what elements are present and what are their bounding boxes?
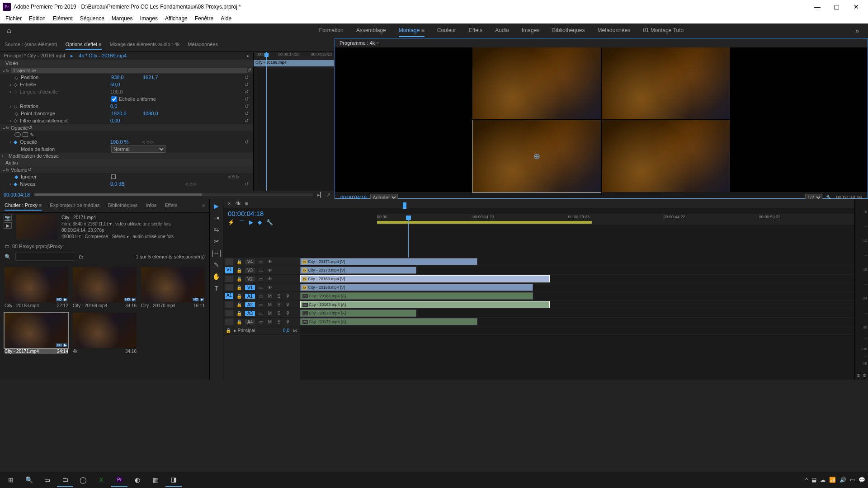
preview-quadrant[interactable] (602, 120, 730, 192)
timeline-clip[interactable]: ▭City - 20168.mp4 [A] (300, 292, 533, 300)
menu-aide[interactable]: Aide (217, 15, 235, 22)
calc-icon[interactable]: ▦ (147, 473, 164, 487)
marker-icon[interactable]: ▶ (249, 219, 253, 227)
zoom-bar[interactable] (34, 193, 313, 196)
blend-mode-select[interactable]: Normal (111, 145, 165, 153)
ripple-icon[interactable]: ⇆ (214, 226, 219, 233)
search-input[interactable] (15, 253, 74, 261)
track-lane[interactable]: fxCity - 20169.mp4 [V] (300, 275, 854, 283)
explorer-icon[interactable]: 🗀 (57, 473, 73, 487)
track-header[interactable]: 🔒V1▭👁 (223, 283, 300, 292)
track-header[interactable]: 🔒V2▭👁 (223, 275, 300, 283)
dropbox-icon[interactable]: ⬓ (811, 477, 816, 483)
preview-quadrant-selected[interactable]: ⊕ (472, 120, 601, 192)
workspace-formation[interactable]: Formation (319, 24, 344, 37)
mask-rect-icon[interactable] (23, 132, 28, 137)
bin-icon[interactable]: 🗀 (5, 244, 9, 249)
type-icon[interactable]: T (214, 285, 218, 292)
workspace-images[interactable]: Images (522, 24, 539, 37)
poster-icon[interactable]: 📷 (4, 215, 12, 221)
track-header[interactable]: A1🔒A1▭MS🎙 (223, 292, 300, 300)
taskview-icon[interactable]: ▭ (39, 473, 55, 487)
project-tab[interactable]: Explorateur de médias (50, 201, 99, 211)
source-tab[interactable]: Métadonnées (188, 40, 218, 50)
excel-icon[interactable]: X (93, 473, 109, 487)
slip-icon[interactable]: |↔| (212, 249, 221, 257)
opacity-effect[interactable]: Opacité (11, 125, 28, 131)
track-header[interactable]: V1🔒V3▭👁 (223, 266, 300, 275)
toggle-icon[interactable]: ⌄ (2, 67, 6, 73)
track-lane[interactable]: ▭City - 20169.mp4 [A] (300, 300, 854, 309)
selection-tool-icon[interactable]: ▶ (214, 202, 219, 210)
playhead[interactable] (266, 52, 267, 191)
pen-icon[interactable]: ✎ (30, 132, 34, 138)
track-lane[interactable]: fxCity - 20171.mp4 [V] (300, 258, 854, 266)
snap-icon[interactable]: ⚡ (228, 219, 235, 227)
wifi-icon[interactable]: 📶 (829, 477, 836, 483)
motion-effect[interactable]: Trajectoire (11, 68, 247, 73)
uniform-scale-checkbox[interactable] (111, 96, 117, 102)
track-select-icon[interactable]: ⇥ (214, 214, 219, 221)
effect-mini-timeline[interactable]: :00:0000:00:14:2300:00:29:23 City - 2016… (253, 52, 334, 191)
workspace-effets[interactable]: Effets (469, 24, 482, 37)
project-item[interactable]: HD▶City - 20169.mp434:16 (73, 267, 137, 308)
notification-icon[interactable]: 💬 (859, 477, 865, 483)
search-icon[interactable]: 🔍 (21, 473, 37, 487)
menu-fichier[interactable]: Fichier (2, 15, 25, 22)
workspace-01-montage-tuto[interactable]: 01 Montage Tuto (643, 24, 684, 37)
timeline-clip[interactable]: ▭City - 20171.mp4 [A] (300, 318, 477, 325)
menu-fenêtre[interactable]: Fenêtre (191, 15, 217, 22)
export-icon[interactable]: ↗ (326, 192, 330, 198)
preview-quadrant[interactable] (602, 47, 730, 119)
home-icon[interactable]: ⌂ (0, 27, 18, 35)
timeline-clip[interactable]: fxCity - 20170.mp4 [V] (300, 267, 416, 274)
volume-effect[interactable]: Volume (11, 167, 28, 173)
project-item[interactable]: 4k34:16 (73, 313, 137, 354)
project-tab[interactable]: Chutier : Proxy ≡ (5, 201, 42, 211)
timeline-clip[interactable]: ▭City - 20170.mp4 [A] (300, 310, 416, 317)
mask-ellipse-icon[interactable] (14, 132, 21, 137)
reset-icon[interactable]: ↺ (247, 67, 251, 73)
project-tab[interactable]: Infos (146, 201, 156, 211)
timeline-clip[interactable]: ▭City - 20169.mp4 [A] (300, 301, 550, 308)
project-item[interactable]: HD▶City - 20168.mp432:12 (5, 267, 68, 308)
menu-images[interactable]: Images (137, 15, 161, 22)
sequence-name[interactable]: 4k (235, 201, 241, 206)
overflow-icon[interactable]: » (202, 201, 205, 211)
preview-quadrant[interactable] (472, 47, 601, 119)
media-encoder-icon[interactable]: ◐ (129, 473, 146, 487)
track-lane[interactable]: fxCity - 20168.mp4 [V] (300, 283, 854, 292)
maximize-button[interactable]: ▢ (828, 3, 846, 10)
source-tab[interactable]: Options d'effet ≡ (66, 40, 102, 50)
app-icon[interactable]: ◨ (165, 473, 182, 487)
filter-icon[interactable]: 🗁 (79, 254, 84, 259)
timeline-ruler[interactable]: 00:0000:00:14:2300:00:29:2300:00:44:2200… (377, 214, 854, 225)
track-lane[interactable]: ▭City - 20168.mp4 [A] (300, 292, 854, 300)
minimize-button[interactable]: — (808, 3, 826, 10)
workspace-bibliothèques[interactable]: Bibliothèques (552, 24, 585, 37)
menu-marques[interactable]: Marques (108, 15, 137, 22)
onedrive-icon[interactable]: ☁ (820, 477, 826, 483)
seq-clip-label[interactable]: 4k * City - 20169.mp4 (79, 53, 127, 59)
menu-séquence[interactable]: Séquence (76, 15, 108, 22)
start-icon[interactable]: ⊞ (3, 473, 19, 487)
workspace-assemblage[interactable]: Assemblage (356, 24, 386, 37)
workspace-couleur[interactable]: Couleur (437, 24, 456, 37)
workspace-audio[interactable]: Audio (495, 24, 509, 37)
timeline-timecode[interactable]: 00:00:04:18 (228, 210, 296, 217)
bypass-checkbox[interactable] (111, 174, 116, 179)
master-clip-label[interactable]: Principal * City - 20169.mp4 (4, 53, 65, 59)
project-item[interactable]: HD▶City - 20170.mp416:11 (141, 267, 205, 308)
timeline-clip[interactable]: fxCity - 20169.mp4 [V] (300, 275, 550, 282)
effect-timecode[interactable]: 00:00:04:18 (4, 192, 30, 197)
wrench-icon[interactable]: 🔧 (266, 219, 273, 227)
workspace-montage[interactable]: Montage ≡ (399, 24, 425, 37)
menu-affichage[interactable]: Affichage (161, 15, 191, 22)
reset-icon[interactable]: ↺ (245, 75, 249, 80)
razor-icon[interactable]: ✂ (214, 238, 219, 245)
track-header[interactable]: 🔒A3▭MS🎙 (223, 309, 300, 318)
work-area[interactable] (377, 221, 592, 224)
premiere-icon[interactable]: Pr (111, 473, 127, 487)
track-lane[interactable]: ▭City - 20171.mp4 [A] (300, 318, 854, 326)
tray-expand-icon[interactable]: ^ (805, 477, 808, 483)
